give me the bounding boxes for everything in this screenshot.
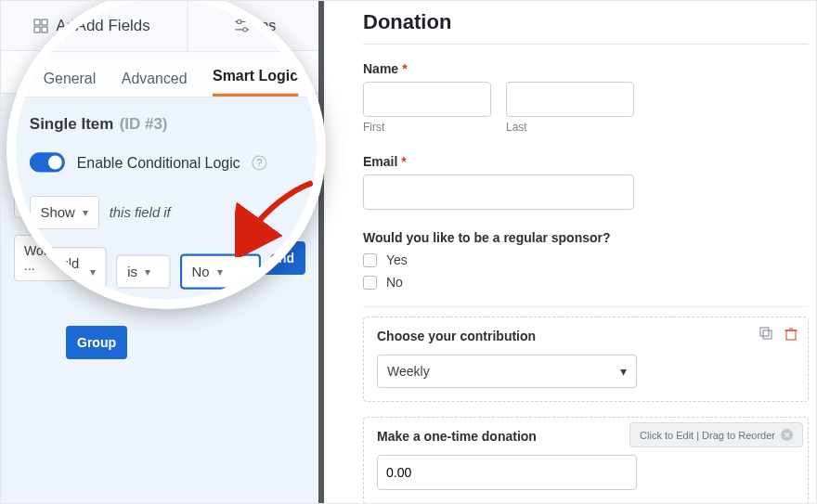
conditional-logic-toggle[interactable] xyxy=(14,146,47,164)
sliders-icon xyxy=(202,19,217,32)
contribution-heading: Choose your contribution xyxy=(377,329,795,343)
edit-helper: Click to Edit | Drag to Reorder ✕ xyxy=(629,422,803,447)
option-yes-checkbox[interactable] xyxy=(363,253,377,267)
cond-value-select[interactable]: No▾ xyxy=(166,241,249,275)
item-title: Single Item(ID #3) xyxy=(14,110,305,127)
cond-op-select[interactable]: is▾ xyxy=(102,242,156,274)
svg-rect-9 xyxy=(760,328,769,336)
donation-amount-input[interactable] xyxy=(377,455,637,490)
if-text: this field if xyxy=(89,195,147,210)
email-input[interactable] xyxy=(363,174,634,210)
left-panel: Add Fields Options General Advanced Smar… xyxy=(1,1,324,504)
trash-icon[interactable] xyxy=(784,327,798,342)
tab-general[interactable]: General xyxy=(27,68,76,93)
option-no-checkbox[interactable] xyxy=(363,276,377,290)
settings-tabs: General Advanced Smart Logic xyxy=(1,51,318,94)
last-sublabel: Last xyxy=(506,121,634,134)
add-group-button[interactable]: Group xyxy=(66,326,127,359)
svg-rect-8 xyxy=(763,330,772,339)
option-no-label: No xyxy=(386,275,403,290)
svg-rect-0 xyxy=(34,19,40,25)
last-name-input[interactable] xyxy=(506,82,634,117)
svg-rect-2 xyxy=(34,27,40,32)
form-title: Donation xyxy=(363,10,809,34)
svg-rect-3 xyxy=(42,27,47,32)
cond-field-select[interactable]: Would ...▾ xyxy=(14,235,93,281)
chevron-down-icon: ▾ xyxy=(620,364,627,379)
first-sublabel: First xyxy=(363,121,491,134)
svg-point-6 xyxy=(205,20,209,24)
toggle-label: Enable Conditional Logic xyxy=(58,148,213,163)
svg-point-7 xyxy=(211,28,214,32)
field-options-tab[interactable]: Options xyxy=(160,1,319,50)
help-icon[interactable]: ? xyxy=(224,149,238,162)
close-icon[interactable]: ✕ xyxy=(781,429,793,441)
grid-icon xyxy=(33,19,48,33)
svg-rect-10 xyxy=(786,330,796,340)
divider xyxy=(363,306,809,307)
duplicate-icon[interactable] xyxy=(759,327,774,342)
contribution-select[interactable]: Weekly▾ xyxy=(377,355,637,388)
sponsor-question: Would you like to be a regular sponsor? xyxy=(363,230,809,245)
add-fields-tab[interactable]: Add Fields xyxy=(1,1,160,50)
svg-rect-1 xyxy=(42,19,47,25)
and-button[interactable]: And xyxy=(258,241,305,275)
contribution-card[interactable]: Choose your contribution Weekly▾ xyxy=(363,317,809,402)
tab-smart-logic[interactable]: Smart Logic xyxy=(187,65,267,93)
first-name-input[interactable] xyxy=(363,82,491,117)
divider xyxy=(363,44,809,45)
name-label: Name* xyxy=(363,61,809,76)
option-yes-label: Yes xyxy=(386,252,408,267)
action-select[interactable]: Show▾ xyxy=(14,187,80,218)
email-label: Email* xyxy=(363,154,809,169)
tab-advanced[interactable]: Advanced xyxy=(100,68,162,93)
